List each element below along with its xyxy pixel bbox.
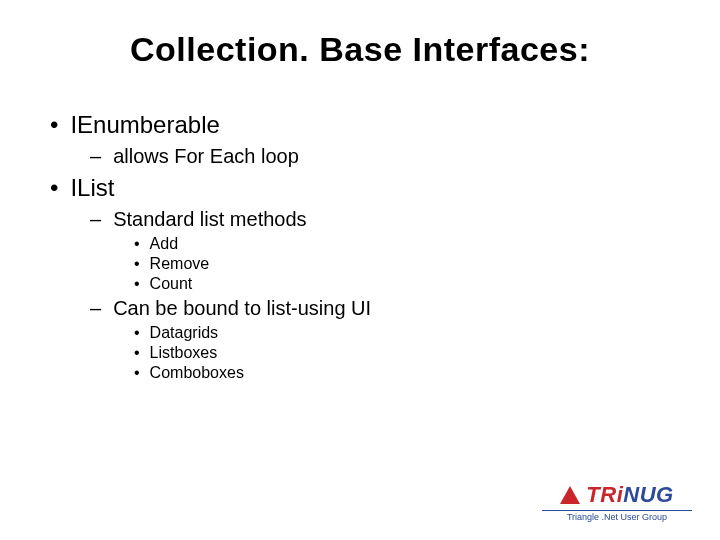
bullet-icon: • <box>50 111 58 139</box>
list-item-text: allows For Each loop <box>113 145 299 168</box>
list-item-text: Add <box>150 235 178 253</box>
list-item: • Listboxes <box>40 344 680 362</box>
bullet-icon: • <box>134 275 140 293</box>
list-item-text: Standard list methods <box>113 208 306 231</box>
bullet-list-lvl1: • IEnumberable – allows For Each loop • … <box>40 111 680 382</box>
list-item-text: Datagrids <box>150 324 218 342</box>
list-item: • IList – Standard list methods • Add <box>40 174 680 382</box>
logo-text: TRiNUG <box>586 482 673 508</box>
list-item: • Datagrids <box>40 324 680 342</box>
bullet-list-lvl2: – allows For Each loop <box>40 145 680 168</box>
list-item: – Standard list methods • Add • <box>40 208 680 293</box>
list-item: • IEnumberable – allows For Each loop <box>40 111 680 168</box>
logo-tagline: Triangle .Net User Group <box>542 510 692 522</box>
bullet-list-lvl3: • Add • Remove • <box>40 235 680 293</box>
bullet-list-lvl3: • Datagrids • Listboxes <box>40 324 680 382</box>
dash-icon: – <box>90 297 101 320</box>
bullet-icon: • <box>134 235 140 253</box>
list-item-text: IEnumberable <box>70 111 219 139</box>
list-item: – Can be bound to list-using UI • Datagr… <box>40 297 680 382</box>
list-item-text: Comboboxes <box>150 364 244 382</box>
slide-title: Collection. Base Interfaces: <box>40 30 680 69</box>
bullet-icon: • <box>134 364 140 382</box>
dash-icon: – <box>90 145 101 168</box>
bullet-icon: • <box>134 344 140 362</box>
list-item: • Comboboxes <box>40 364 680 382</box>
logo-top: TRiNUG <box>542 482 692 508</box>
list-item: – allows For Each loop <box>40 145 680 168</box>
list-item-text: Listboxes <box>150 344 218 362</box>
bullet-icon: • <box>134 324 140 342</box>
list-item-text: IList <box>70 174 114 202</box>
trinug-logo: TRiNUG Triangle .Net User Group <box>542 482 692 522</box>
list-item-text: Can be bound to list-using UI <box>113 297 371 320</box>
dash-icon: – <box>90 208 101 231</box>
list-item-text: Count <box>150 275 193 293</box>
list-item: • Add <box>40 235 680 253</box>
list-item-text: Remove <box>150 255 210 273</box>
logo-i: i <box>617 482 624 508</box>
list-item: • Remove <box>40 255 680 273</box>
list-item: • Count <box>40 275 680 293</box>
bullet-icon: • <box>134 255 140 273</box>
slide: Collection. Base Interfaces: • IEnumbera… <box>0 0 720 540</box>
triangle-icon <box>560 486 580 504</box>
logo-tr: TR <box>586 482 616 507</box>
bullet-list-lvl2: – Standard list methods • Add • <box>40 208 680 382</box>
logo-nug: NUG <box>623 482 673 507</box>
bullet-icon: • <box>50 174 58 202</box>
